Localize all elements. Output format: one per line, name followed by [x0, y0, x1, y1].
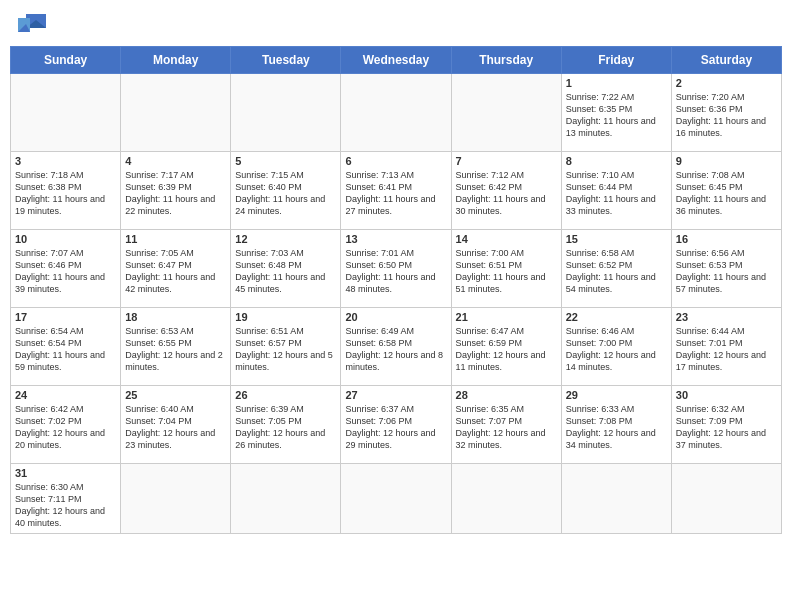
calendar-cell: 31Sunrise: 6:30 AM Sunset: 7:11 PM Dayli…: [11, 464, 121, 534]
day-info: Sunrise: 6:46 AM Sunset: 7:00 PM Dayligh…: [566, 325, 667, 374]
day-number: 12: [235, 233, 336, 245]
calendar-cell: [671, 464, 781, 534]
weekday-wednesday: Wednesday: [341, 47, 451, 74]
calendar-cell: 29Sunrise: 6:33 AM Sunset: 7:08 PM Dayli…: [561, 386, 671, 464]
week-row-5: 24Sunrise: 6:42 AM Sunset: 7:02 PM Dayli…: [11, 386, 782, 464]
calendar-cell: 7Sunrise: 7:12 AM Sunset: 6:42 PM Daylig…: [451, 152, 561, 230]
calendar-cell: 16Sunrise: 6:56 AM Sunset: 6:53 PM Dayli…: [671, 230, 781, 308]
calendar-cell: 10Sunrise: 7:07 AM Sunset: 6:46 PM Dayli…: [11, 230, 121, 308]
day-info: Sunrise: 6:32 AM Sunset: 7:09 PM Dayligh…: [676, 403, 777, 452]
calendar-cell: 11Sunrise: 7:05 AM Sunset: 6:47 PM Dayli…: [121, 230, 231, 308]
calendar-cell: 8Sunrise: 7:10 AM Sunset: 6:44 PM Daylig…: [561, 152, 671, 230]
day-number: 3: [15, 155, 116, 167]
day-number: 14: [456, 233, 557, 245]
calendar-cell: 30Sunrise: 6:32 AM Sunset: 7:09 PM Dayli…: [671, 386, 781, 464]
day-number: 9: [676, 155, 777, 167]
calendar-cell: 26Sunrise: 6:39 AM Sunset: 7:05 PM Dayli…: [231, 386, 341, 464]
week-row-1: 1Sunrise: 7:22 AM Sunset: 6:35 PM Daylig…: [11, 74, 782, 152]
day-info: Sunrise: 7:18 AM Sunset: 6:38 PM Dayligh…: [15, 169, 116, 218]
day-info: Sunrise: 6:49 AM Sunset: 6:58 PM Dayligh…: [345, 325, 446, 374]
day-number: 18: [125, 311, 226, 323]
day-number: 19: [235, 311, 336, 323]
day-info: Sunrise: 6:35 AM Sunset: 7:07 PM Dayligh…: [456, 403, 557, 452]
week-row-2: 3Sunrise: 7:18 AM Sunset: 6:38 PM Daylig…: [11, 152, 782, 230]
day-number: 6: [345, 155, 446, 167]
day-number: 31: [15, 467, 116, 479]
day-info: Sunrise: 6:56 AM Sunset: 6:53 PM Dayligh…: [676, 247, 777, 296]
calendar-cell: [121, 464, 231, 534]
calendar-cell: 14Sunrise: 7:00 AM Sunset: 6:51 PM Dayli…: [451, 230, 561, 308]
calendar-cell: 1Sunrise: 7:22 AM Sunset: 6:35 PM Daylig…: [561, 74, 671, 152]
calendar-cell: 13Sunrise: 7:01 AM Sunset: 6:50 PM Dayli…: [341, 230, 451, 308]
calendar-cell: [121, 74, 231, 152]
day-number: 10: [15, 233, 116, 245]
calendar-cell: [451, 74, 561, 152]
day-info: Sunrise: 6:37 AM Sunset: 7:06 PM Dayligh…: [345, 403, 446, 452]
calendar-cell: [341, 464, 451, 534]
day-number: 11: [125, 233, 226, 245]
day-number: 16: [676, 233, 777, 245]
weekday-friday: Friday: [561, 47, 671, 74]
day-info: Sunrise: 7:12 AM Sunset: 6:42 PM Dayligh…: [456, 169, 557, 218]
calendar-cell: [11, 74, 121, 152]
calendar-cell: 23Sunrise: 6:44 AM Sunset: 7:01 PM Dayli…: [671, 308, 781, 386]
day-number: 4: [125, 155, 226, 167]
day-info: Sunrise: 7:00 AM Sunset: 6:51 PM Dayligh…: [456, 247, 557, 296]
day-info: Sunrise: 6:51 AM Sunset: 6:57 PM Dayligh…: [235, 325, 336, 374]
calendar-cell: 28Sunrise: 6:35 AM Sunset: 7:07 PM Dayli…: [451, 386, 561, 464]
calendar-cell: 15Sunrise: 6:58 AM Sunset: 6:52 PM Dayli…: [561, 230, 671, 308]
day-number: 26: [235, 389, 336, 401]
day-info: Sunrise: 6:47 AM Sunset: 6:59 PM Dayligh…: [456, 325, 557, 374]
day-number: 23: [676, 311, 777, 323]
page-header: [10, 10, 782, 38]
logo: [14, 10, 50, 38]
day-number: 8: [566, 155, 667, 167]
calendar-cell: 19Sunrise: 6:51 AM Sunset: 6:57 PM Dayli…: [231, 308, 341, 386]
day-number: 24: [15, 389, 116, 401]
day-info: Sunrise: 6:54 AM Sunset: 6:54 PM Dayligh…: [15, 325, 116, 374]
weekday-monday: Monday: [121, 47, 231, 74]
day-info: Sunrise: 7:08 AM Sunset: 6:45 PM Dayligh…: [676, 169, 777, 218]
calendar-table: SundayMondayTuesdayWednesdayThursdayFrid…: [10, 46, 782, 534]
weekday-saturday: Saturday: [671, 47, 781, 74]
day-info: Sunrise: 6:42 AM Sunset: 7:02 PM Dayligh…: [15, 403, 116, 452]
calendar-cell: [451, 464, 561, 534]
calendar-cell: [231, 74, 341, 152]
weekday-tuesday: Tuesday: [231, 47, 341, 74]
week-row-6: 31Sunrise: 6:30 AM Sunset: 7:11 PM Dayli…: [11, 464, 782, 534]
calendar-cell: 27Sunrise: 6:37 AM Sunset: 7:06 PM Dayli…: [341, 386, 451, 464]
day-info: Sunrise: 7:05 AM Sunset: 6:47 PM Dayligh…: [125, 247, 226, 296]
calendar-body: 1Sunrise: 7:22 AM Sunset: 6:35 PM Daylig…: [11, 74, 782, 534]
calendar-cell: 5Sunrise: 7:15 AM Sunset: 6:40 PM Daylig…: [231, 152, 341, 230]
day-number: 17: [15, 311, 116, 323]
weekday-thursday: Thursday: [451, 47, 561, 74]
day-number: 27: [345, 389, 446, 401]
calendar-cell: 22Sunrise: 6:46 AM Sunset: 7:00 PM Dayli…: [561, 308, 671, 386]
calendar-cell: 17Sunrise: 6:54 AM Sunset: 6:54 PM Dayli…: [11, 308, 121, 386]
day-info: Sunrise: 6:44 AM Sunset: 7:01 PM Dayligh…: [676, 325, 777, 374]
day-info: Sunrise: 7:13 AM Sunset: 6:41 PM Dayligh…: [345, 169, 446, 218]
day-number: 2: [676, 77, 777, 89]
day-number: 1: [566, 77, 667, 89]
calendar-cell: [231, 464, 341, 534]
day-info: Sunrise: 6:30 AM Sunset: 7:11 PM Dayligh…: [15, 481, 116, 530]
calendar-cell: 12Sunrise: 7:03 AM Sunset: 6:48 PM Dayli…: [231, 230, 341, 308]
day-number: 5: [235, 155, 336, 167]
calendar-cell: 6Sunrise: 7:13 AM Sunset: 6:41 PM Daylig…: [341, 152, 451, 230]
calendar-cell: 9Sunrise: 7:08 AM Sunset: 6:45 PM Daylig…: [671, 152, 781, 230]
calendar-cell: 24Sunrise: 6:42 AM Sunset: 7:02 PM Dayli…: [11, 386, 121, 464]
day-info: Sunrise: 7:07 AM Sunset: 6:46 PM Dayligh…: [15, 247, 116, 296]
day-info: Sunrise: 7:15 AM Sunset: 6:40 PM Dayligh…: [235, 169, 336, 218]
weekday-header-row: SundayMondayTuesdayWednesdayThursdayFrid…: [11, 47, 782, 74]
calendar-cell: 4Sunrise: 7:17 AM Sunset: 6:39 PM Daylig…: [121, 152, 231, 230]
day-number: 29: [566, 389, 667, 401]
day-number: 13: [345, 233, 446, 245]
day-number: 20: [345, 311, 446, 323]
day-info: Sunrise: 6:53 AM Sunset: 6:55 PM Dayligh…: [125, 325, 226, 374]
weekday-sunday: Sunday: [11, 47, 121, 74]
day-info: Sunrise: 7:22 AM Sunset: 6:35 PM Dayligh…: [566, 91, 667, 140]
day-info: Sunrise: 7:17 AM Sunset: 6:39 PM Dayligh…: [125, 169, 226, 218]
calendar-cell: 2Sunrise: 7:20 AM Sunset: 6:36 PM Daylig…: [671, 74, 781, 152]
day-info: Sunrise: 7:03 AM Sunset: 6:48 PM Dayligh…: [235, 247, 336, 296]
day-info: Sunrise: 6:33 AM Sunset: 7:08 PM Dayligh…: [566, 403, 667, 452]
